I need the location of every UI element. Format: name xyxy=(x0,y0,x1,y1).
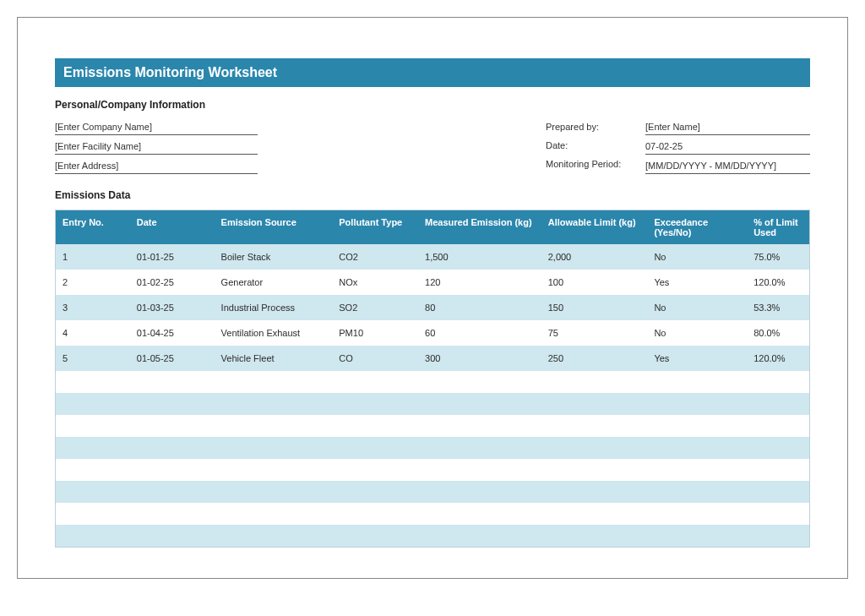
td-pct: 53.3% xyxy=(747,296,809,319)
th-date: Date xyxy=(130,210,215,244)
td-limit: 150 xyxy=(541,296,648,319)
td-measured: 1,500 xyxy=(418,245,541,269)
date-field[interactable]: 07-02-25 xyxy=(645,139,810,155)
td-entry-no: 5 xyxy=(56,346,130,370)
prepared-by-label: Prepared by: xyxy=(546,119,637,134)
page-title: Emissions Monitoring Worksheet xyxy=(55,58,810,87)
td-date: 01-02-25 xyxy=(130,270,215,294)
info-row: [Enter Company Name] [Enter Facility Nam… xyxy=(55,119,810,177)
td-pollutant: CO2 xyxy=(332,245,418,269)
company-name-field[interactable]: [Enter Company Name] xyxy=(55,119,258,135)
th-pct-limit: % of Limit Used xyxy=(747,210,809,244)
td-entry-no: 3 xyxy=(56,296,130,319)
table-row: 301-03-25Industrial ProcessSO280150No53.… xyxy=(56,295,809,320)
td-date: 01-01-25 xyxy=(130,245,215,269)
meta-info-block: Prepared by: Date: Monitoring Period: [E… xyxy=(546,119,810,177)
td-limit: 75 xyxy=(541,321,648,345)
table-row-empty xyxy=(56,525,809,547)
table-row-empty xyxy=(56,393,809,415)
td-date: 01-05-25 xyxy=(130,346,215,370)
td-limit: 100 xyxy=(541,270,648,294)
td-limit: 2,000 xyxy=(541,245,648,269)
table-row-empty xyxy=(56,481,809,503)
table-body: 101-01-25Boiler StackCO21,5002,000No75.0… xyxy=(56,244,809,547)
td-entry-no: 2 xyxy=(56,270,130,294)
monitoring-period-label: Monitoring Period: xyxy=(546,156,637,172)
td-pct: 75.0% xyxy=(747,245,809,269)
td-pollutant: PM10 xyxy=(332,321,418,345)
date-label: Date: xyxy=(546,138,637,153)
table-row: 501-05-25Vehicle FleetCO300250Yes120.0% xyxy=(56,346,809,371)
th-exceedance: Exceedance (Yes/No) xyxy=(647,210,747,244)
table-row-empty xyxy=(56,503,809,525)
td-date: 01-03-25 xyxy=(130,296,215,319)
section-heading-personal: Personal/Company Information xyxy=(55,99,810,111)
table-row: 401-04-25Ventilation ExhaustPM106075No80… xyxy=(56,320,809,346)
emissions-table: Entry No. Date Emission Source Pollutant… xyxy=(55,210,810,548)
td-exceedance: No xyxy=(647,245,747,269)
table-row-empty xyxy=(56,437,809,459)
meta-labels: Prepared by: Date: Monitoring Period: xyxy=(546,119,637,177)
td-exceedance: Yes xyxy=(647,270,747,294)
td-measured: 300 xyxy=(418,346,541,370)
address-field[interactable]: [Enter Address] xyxy=(55,158,258,174)
td-measured: 120 xyxy=(418,270,541,294)
td-exceedance: No xyxy=(647,321,747,345)
td-source: Generator xyxy=(215,270,333,294)
td-pollutant: SO2 xyxy=(332,296,418,319)
table-row: 201-02-25GeneratorNOx120100Yes120.0% xyxy=(56,270,809,295)
section-heading-emissions: Emissions Data xyxy=(55,189,810,201)
td-source: Vehicle Fleet xyxy=(215,346,333,370)
th-measured: Measured Emission (kg) xyxy=(418,210,541,244)
th-entry-no: Entry No. xyxy=(56,210,130,244)
td-pollutant: CO xyxy=(332,346,418,370)
prepared-by-field[interactable]: [Enter Name] xyxy=(645,119,810,135)
td-entry-no: 1 xyxy=(56,245,130,269)
td-measured: 60 xyxy=(418,321,541,345)
table-row-empty xyxy=(56,459,809,481)
td-exceedance: Yes xyxy=(647,346,747,370)
td-exceedance: No xyxy=(647,296,747,319)
td-source: Ventilation Exhaust xyxy=(215,321,333,345)
td-pct: 80.0% xyxy=(747,321,809,345)
table-row-empty xyxy=(56,371,809,393)
meta-values: [Enter Name] 07-02-25 [MM/DD/YYYY - MM/D… xyxy=(645,119,810,177)
worksheet-page: Emissions Monitoring Worksheet Personal/… xyxy=(17,17,848,579)
th-allowable-limit: Allowable Limit (kg) xyxy=(541,210,648,244)
company-info-block: [Enter Company Name] [Enter Facility Nam… xyxy=(55,119,258,177)
td-source: Boiler Stack xyxy=(215,245,333,269)
td-pct: 120.0% xyxy=(747,270,809,294)
td-source: Industrial Process xyxy=(215,296,333,319)
th-emission-source: Emission Source xyxy=(215,210,333,244)
td-limit: 250 xyxy=(541,346,648,370)
td-measured: 80 xyxy=(418,296,541,319)
td-date: 01-04-25 xyxy=(130,321,215,345)
td-entry-no: 4 xyxy=(56,321,130,345)
td-pct: 120.0% xyxy=(747,346,809,370)
th-pollutant-type: Pollutant Type xyxy=(332,210,418,244)
table-row-empty xyxy=(56,415,809,437)
facility-name-field[interactable]: [Enter Facility Name] xyxy=(55,139,258,155)
table-header-row: Entry No. Date Emission Source Pollutant… xyxy=(56,210,809,244)
table-row: 101-01-25Boiler StackCO21,5002,000No75.0… xyxy=(56,244,809,270)
monitoring-period-field[interactable]: [MM/DD/YYYY - MM/DD/YYYY] xyxy=(645,158,810,174)
td-pollutant: NOx xyxy=(332,270,418,294)
